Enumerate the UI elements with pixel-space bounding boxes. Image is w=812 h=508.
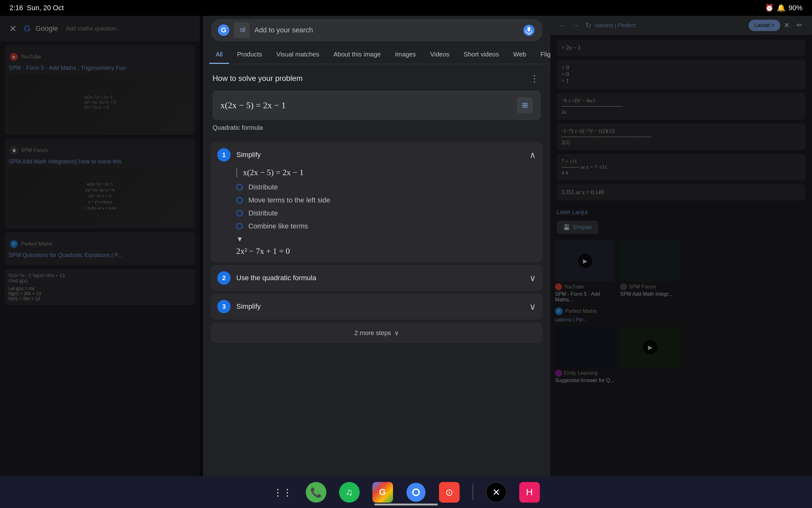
calculator-icon[interactable]: ⊞ <box>517 97 533 113</box>
x-twitter-icon[interactable]: ✕ <box>486 482 506 503</box>
sub-step-distribute-2: Distribute <box>236 209 535 217</box>
home-indicator <box>374 504 438 505</box>
tab-visual[interactable]: Visual matches <box>270 46 325 64</box>
svg-point-12 <box>413 490 418 495</box>
search-bar: G 5) Add to your search <box>211 19 542 41</box>
nav-tabs: All Products Visual matches About this i… <box>203 46 550 64</box>
sub-step-text-3: Distribute <box>249 209 278 217</box>
taskbar: ⋮⋮ 📞 ♫ G ⊙ ✕ H <box>0 476 812 508</box>
problem-header: How to solve your problem ⋮ <box>213 72 541 85</box>
tab-images[interactable]: Images <box>389 46 422 64</box>
more-steps-label: 2 more steps <box>354 329 391 337</box>
problem-title: How to solve your problem <box>213 74 303 83</box>
status-right: ⏰ 🔔 90% <box>765 4 803 12</box>
step-3-header[interactable]: 3 Simplify ∨ <box>211 294 542 320</box>
step-1-number: 1 <box>217 148 231 162</box>
volume-icon: 🔔 <box>777 4 785 12</box>
spotify-icon[interactable]: ♫ <box>339 482 360 503</box>
step-1: 1 Simplify ∧ x(2x − 5) = 2x − 1 Distribu… <box>211 142 542 262</box>
step-3-title: Simplify <box>236 302 529 311</box>
status-bar: 2:16 Sun, 20 Oct ⏰ 🔔 90% <box>0 0 812 16</box>
hih-icon[interactable]: H <box>519 482 540 503</box>
step-1-equation: x(2x − 5) = 2x − 1 <box>236 168 535 177</box>
tab-flights[interactable]: Flights <box>534 46 550 64</box>
mic-button[interactable] <box>522 23 536 37</box>
sub-step-combine: Combine like terms <box>236 222 535 230</box>
sub-step-text-1: Distribute <box>249 183 278 191</box>
step-2-number: 2 <box>217 271 231 285</box>
chrome-icon[interactable] <box>406 482 426 503</box>
date: Sun, 20 Oct <box>27 4 64 12</box>
tab-about[interactable]: About this image <box>327 46 387 64</box>
lens-modal: G 5) Add to your search All Product <box>203 9 550 495</box>
step-3: 3 Simplify ∨ <box>211 294 542 320</box>
google-lens-icon[interactable]: G <box>372 482 393 503</box>
step-1-title: Simplify <box>236 151 529 159</box>
svg-rect-8 <box>528 27 530 31</box>
camera-icon[interactable]: ⊙ <box>439 482 460 503</box>
phone-icon[interactable]: 📞 <box>306 482 326 503</box>
sub-step-text-2: Move terms to the left side <box>249 196 330 204</box>
sub-step-text-4: Combine like terms <box>249 222 308 230</box>
chrome-svg <box>406 482 426 503</box>
svg-text:5): 5) <box>240 28 243 33</box>
formula-label: Quadratic formula <box>213 124 541 131</box>
step-1-header[interactable]: 1 Simplify ∧ <box>211 142 542 168</box>
alarm-icon: ⏰ <box>765 4 774 12</box>
tab-short[interactable]: Short videos <box>457 46 505 64</box>
down-arrow: ▼ <box>236 235 535 243</box>
final-equation: 2x² − 7x + 1 = 0 <box>236 247 535 256</box>
chevron-down-icon: ∨ <box>394 329 399 337</box>
more-menu-button[interactable]: ⋮ <box>528 72 541 85</box>
status-left: 2:16 Sun, 20 Oct <box>9 4 64 12</box>
time: 2:16 <box>9 4 23 12</box>
bullet-3 <box>236 210 243 216</box>
search-text[interactable]: Add to your search <box>255 26 522 34</box>
sub-step-move: Move terms to the left side <box>236 196 535 204</box>
sub-step-distribute-1: Distribute <box>236 183 535 191</box>
step-3-number: 3 <box>217 300 231 313</box>
main-equation: x(2x − 5) = 2x − 1 <box>220 100 286 111</box>
equation-box: x(2x − 5) = 2x − 1 ⊞ <box>213 90 541 120</box>
problem-section: How to solve your problem ⋮ x(2x − 5) = … <box>203 64 550 142</box>
step-3-toggle[interactable]: ∨ <box>529 301 536 312</box>
mic-icon <box>523 25 535 36</box>
svg-text:G: G <box>221 26 226 34</box>
bullet-4 <box>236 223 243 229</box>
step-2-title: Use the quadratic formula <box>236 274 529 282</box>
google-g-logo: G <box>217 24 230 37</box>
step-2: 2 Use the quadratic formula ∨ <box>211 265 542 291</box>
lens-icon-box: 5) <box>234 22 250 38</box>
bullet-2 <box>236 197 243 203</box>
battery: 90% <box>788 4 803 12</box>
step-1-content: x(2x − 5) = 2x − 1 Distribute Move terms… <box>211 168 542 262</box>
taskbar-divider <box>472 484 473 500</box>
tab-web[interactable]: Web <box>507 46 533 64</box>
lens-icon: 5) <box>237 26 246 35</box>
tab-videos[interactable]: Videos <box>424 46 456 64</box>
app-drawer-button[interactable]: ⋮⋮ <box>272 482 293 503</box>
bullet-1 <box>236 184 243 190</box>
steps-container: 1 Simplify ∧ x(2x − 5) = 2x − 1 Distribu… <box>203 142 550 495</box>
step-2-header[interactable]: 2 Use the quadratic formula ∨ <box>211 265 542 291</box>
step-2-toggle[interactable]: ∨ <box>529 273 536 283</box>
more-steps-button[interactable]: 2 more steps ∨ <box>211 323 542 343</box>
tab-all[interactable]: All <box>209 46 229 64</box>
step-1-toggle[interactable]: ∧ <box>529 150 536 160</box>
tab-products[interactable]: Products <box>231 46 268 64</box>
